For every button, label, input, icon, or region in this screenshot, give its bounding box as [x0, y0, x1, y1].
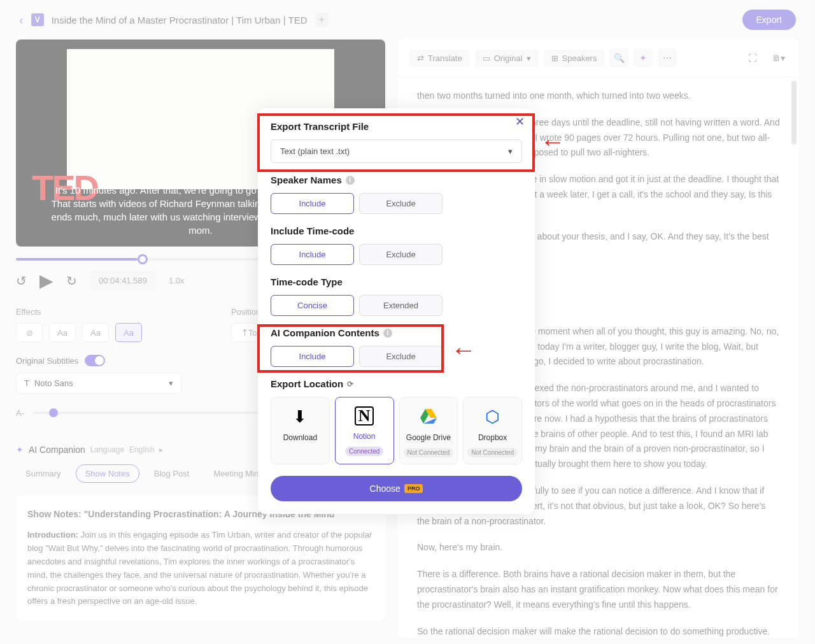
- more-icon[interactable]: ⋯: [658, 48, 677, 68]
- export-file-title: Export Transcript File: [271, 121, 522, 132]
- pro-badge: PRO: [404, 484, 423, 493]
- info-icon[interactable]: i: [383, 329, 392, 338]
- effect-shadow-button[interactable]: Aa: [49, 323, 76, 342]
- transcript-para: So the rational decision maker will make…: [417, 624, 780, 638]
- magic-icon[interactable]: ✦: [634, 48, 653, 68]
- speaker-names-title: Speaker Names: [271, 175, 342, 185]
- export-button[interactable]: Export: [742, 10, 796, 30]
- export-location-title: Export Location: [271, 378, 343, 389]
- tab-summary[interactable]: Summary: [16, 464, 71, 483]
- notion-icon: N: [355, 406, 374, 426]
- font-select[interactable]: T Noto Sans ▾: [16, 373, 181, 394]
- original-button[interactable]: ▭Original▾: [475, 50, 539, 67]
- gdrive-card[interactable]: Google Drive Not Connected: [399, 397, 458, 464]
- effects-label: Effects: [16, 307, 142, 317]
- add-tab-button[interactable]: +: [315, 13, 329, 27]
- intro-label: Introduction:: [27, 530, 78, 540]
- effect-none-button[interactable]: ⊘: [16, 323, 43, 342]
- subtitles-toggle[interactable]: [85, 355, 105, 366]
- translate-button[interactable]: ⇄Translate: [409, 50, 470, 67]
- play-icon[interactable]: ▶: [39, 270, 53, 291]
- size-decrease[interactable]: A-: [16, 408, 24, 418]
- annotation-arrow-icon: ←: [540, 127, 565, 156]
- page-icon[interactable]: 🗎▾: [769, 48, 788, 68]
- language-label: Language: [90, 445, 124, 454]
- not-connected-badge: Not Connected: [467, 448, 518, 457]
- transcript-para: Now, here's my brain.: [417, 540, 780, 555]
- transcript-para: There is a difference. Both brains have …: [417, 567, 780, 612]
- not-connected-badge: Not Connected: [404, 448, 454, 457]
- refresh-icon[interactable]: ⟳: [347, 380, 353, 389]
- connected-badge: Connected: [345, 447, 383, 456]
- close-icon[interactable]: ✕: [515, 115, 525, 129]
- show-notes-content: Show Notes: "Understanding Procrastinati…: [16, 496, 385, 620]
- ai-contents-title: AI Companion Contents: [271, 327, 379, 338]
- ai-exclude-option[interactable]: Exclude: [359, 346, 443, 367]
- choose-button[interactable]: Choose PRO: [271, 476, 522, 501]
- ai-companion-icon: ✦: [16, 445, 24, 455]
- language-chevron-icon[interactable]: ▸: [159, 445, 163, 454]
- download-card[interactable]: ⬇ Download: [271, 397, 330, 464]
- info-icon[interactable]: i: [346, 176, 355, 185]
- dropbox-icon: ⬡: [466, 406, 519, 427]
- format-value: Text (plain text .txt): [280, 147, 350, 156]
- timecode-title: Include Time-code: [271, 225, 522, 236]
- speaker-exclude-option[interactable]: Exclude: [359, 193, 443, 214]
- format-dropdown[interactable]: Text (plain text .txt) ▾: [271, 140, 522, 163]
- scrollbar[interactable]: [791, 81, 797, 145]
- speed-display[interactable]: 1.0x: [169, 276, 185, 285]
- export-modal: ✕ Export Transcript File Text (plain tex…: [258, 108, 535, 514]
- effect-box-button[interactable]: Aa: [115, 323, 142, 342]
- intro-text: Join us in this engaging episode as Tim …: [27, 530, 372, 606]
- subtitles-label: Original Subtitles: [16, 356, 78, 366]
- rewind-icon[interactable]: ↺: [16, 273, 27, 289]
- search-icon[interactable]: 🔍: [609, 48, 628, 68]
- chevron-down-icon: ▾: [508, 147, 513, 156]
- back-icon[interactable]: ‹: [19, 13, 24, 27]
- dropbox-card[interactable]: ⬡ Dropbox Not Connected: [463, 397, 522, 464]
- timecode-type-title: Time-code Type: [271, 276, 522, 287]
- tab-show-notes[interactable]: Show Notes: [76, 464, 139, 483]
- transcript-para: then two months turned into one month, w…: [417, 89, 780, 104]
- gdrive-icon: [402, 406, 455, 427]
- tab-blog-post[interactable]: Blog Post: [145, 464, 199, 483]
- timecode-exclude-option[interactable]: Exclude: [359, 244, 443, 265]
- annotation-arrow-icon: ←: [451, 336, 476, 364]
- progress-thumb[interactable]: [138, 254, 148, 264]
- ai-include-option[interactable]: Include: [271, 346, 354, 367]
- speakers-button[interactable]: ⊞Speakers: [544, 50, 605, 67]
- forward-icon[interactable]: ↻: [66, 273, 77, 289]
- language-value[interactable]: English: [129, 445, 154, 454]
- effect-outline-button[interactable]: Aa: [82, 323, 109, 342]
- speaker-include-option[interactable]: Include: [271, 193, 354, 214]
- extended-option[interactable]: Extended: [359, 295, 443, 316]
- page-title: Inside the Mind of a Master Procrastinat…: [52, 15, 308, 25]
- app-badge: V: [31, 13, 44, 26]
- ai-companion-label: AI Companion: [29, 445, 85, 455]
- fullscreen-icon[interactable]: ⛶: [743, 48, 762, 68]
- download-icon: ⬇: [274, 406, 327, 427]
- timecode-include-option[interactable]: Include: [271, 244, 354, 265]
- font-name: Noto Sans: [34, 378, 73, 388]
- notion-card[interactable]: N Notion Connected: [335, 397, 394, 464]
- concise-option[interactable]: Concise: [271, 295, 354, 316]
- timecode-display: 00:04:41.589: [90, 271, 156, 290]
